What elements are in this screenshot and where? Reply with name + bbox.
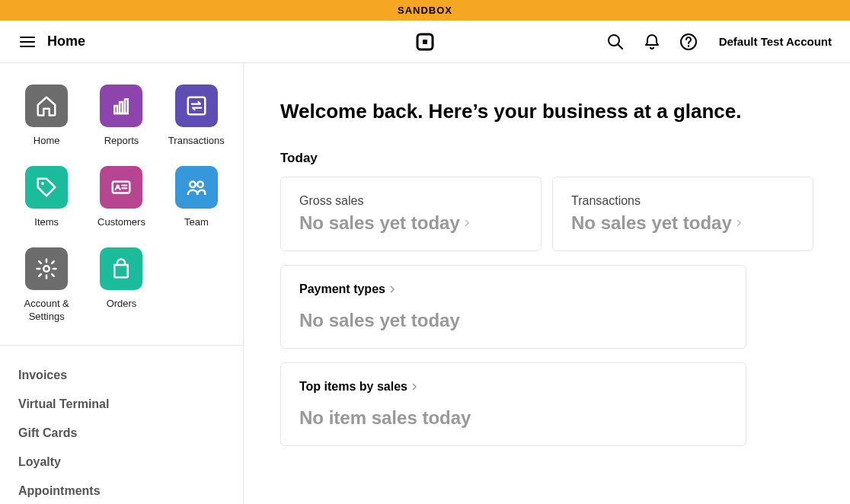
app-tile-transactions[interactable]: Transactions — [162, 85, 231, 148]
app-tile-label: Orders — [107, 298, 137, 311]
card-payment-types[interactable]: Payment types No sales yet today — [280, 265, 746, 349]
home-icon — [25, 85, 68, 127]
app-tile-team[interactable]: Team — [162, 166, 231, 229]
svg-rect-7 — [125, 99, 128, 113]
app-tile-items[interactable]: Items — [12, 166, 81, 229]
card-value: No item sales today — [299, 407, 727, 429]
search-icon[interactable] — [606, 33, 625, 51]
app-tile-label: Account & Settings — [12, 298, 81, 324]
svg-rect-6 — [120, 102, 123, 113]
svg-rect-8 — [188, 97, 206, 115]
square-logo-icon[interactable] — [416, 33, 434, 51]
sandbox-banner: SANDBOX — [0, 0, 850, 21]
sidebar-link-virtual-terminal[interactable]: Virtual Terminal — [18, 390, 225, 419]
svg-rect-1 — [423, 40, 427, 44]
card-value: No sales yet today — [299, 212, 522, 234]
main-content: Welcome back. Here’s your business at a … — [244, 63, 850, 504]
app-tile-label: Items — [34, 216, 59, 229]
notifications-icon[interactable] — [643, 33, 661, 51]
svg-rect-10 — [113, 181, 130, 193]
card-transactions[interactable]: Transactions No sales yet today — [552, 177, 813, 251]
welcome-heading: Welcome back. Here’s your business at a … — [280, 100, 813, 123]
sidebar: Home Reports Transactions — [0, 63, 244, 504]
card-value: No sales yet today — [299, 310, 727, 331]
shopping-bag-icon — [100, 247, 142, 290]
section-today-label: Today — [280, 151, 813, 166]
people-icon — [175, 166, 218, 209]
card-label: Payment types — [299, 282, 727, 296]
app-tile-label: Transactions — [168, 135, 225, 148]
sidebar-link-gift-cards[interactable]: Gift Cards — [18, 419, 225, 448]
svg-point-13 — [197, 181, 203, 187]
app-grid: Home Reports Transactions — [0, 63, 243, 346]
gear-icon — [25, 247, 68, 290]
chevron-right-icon — [411, 383, 418, 391]
app-tile-label: Customers — [97, 216, 145, 229]
card-value: No sales yet today — [571, 212, 794, 234]
card-top-items[interactable]: Top items by sales No item sales today — [280, 362, 746, 446]
svg-rect-5 — [115, 106, 118, 113]
svg-point-12 — [190, 181, 196, 187]
bar-chart-icon — [100, 85, 142, 127]
help-icon[interactable] — [679, 33, 698, 51]
swap-icon — [175, 85, 218, 127]
card-label: Transactions — [571, 194, 794, 208]
sidebar-link-loyalty[interactable]: Loyalty — [18, 448, 225, 477]
hamburger-menu-icon[interactable] — [18, 33, 37, 51]
chevron-right-icon — [463, 219, 471, 227]
svg-point-9 — [41, 182, 44, 185]
card-label: Gross sales — [299, 194, 522, 208]
account-name[interactable]: Default Test Account — [719, 35, 832, 48]
svg-point-14 — [43, 266, 50, 272]
app-tile-label: Team — [184, 216, 209, 229]
sidebar-link-invoices[interactable]: Invoices — [18, 361, 225, 390]
top-header: Home Default Test Account — [0, 21, 850, 63]
sidebar-link-appointments[interactable]: Appointments — [18, 477, 225, 504]
card-label: Top items by sales — [299, 380, 727, 394]
svg-point-4 — [687, 45, 689, 46]
id-card-icon — [100, 166, 142, 209]
app-tile-label: Reports — [104, 135, 139, 148]
app-tile-account-settings[interactable]: Account & Settings — [12, 247, 81, 324]
app-tile-customers[interactable]: Customers — [87, 166, 155, 229]
tag-icon — [25, 166, 68, 209]
card-gross-sales[interactable]: Gross sales No sales yet today — [280, 177, 542, 251]
app-tile-reports[interactable]: Reports — [87, 85, 155, 148]
sidebar-links: Invoices Virtual Terminal Gift Cards Loy… — [0, 346, 243, 504]
app-tile-label: Home — [34, 135, 60, 148]
page-title: Home — [47, 33, 85, 49]
chevron-right-icon — [388, 285, 396, 293]
app-tile-home[interactable]: Home — [12, 85, 81, 148]
app-tile-orders[interactable]: Orders — [87, 247, 155, 324]
chevron-right-icon — [735, 219, 743, 227]
